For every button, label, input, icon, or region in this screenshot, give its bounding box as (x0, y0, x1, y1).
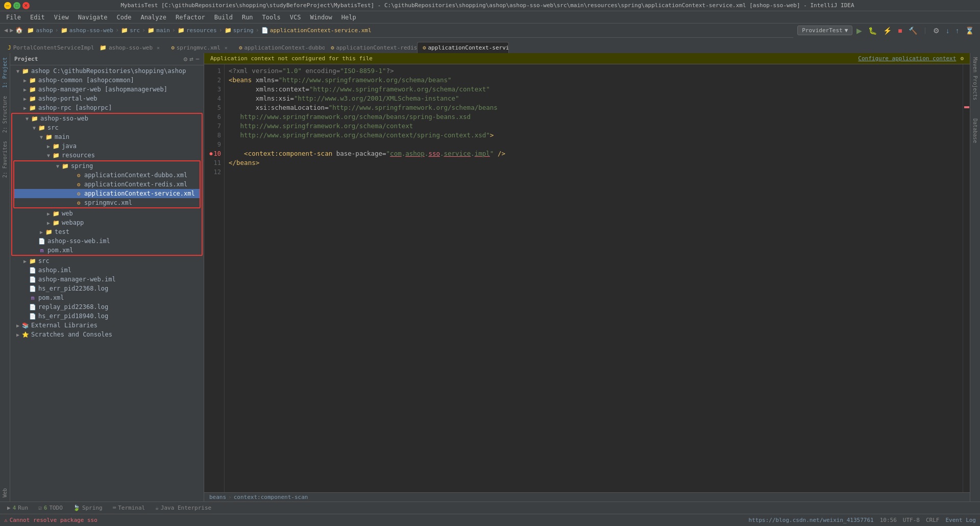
spring-tool-btn[interactable]: 🍃 Spring (70, 504, 106, 512)
tree-sso-pom[interactable]: m pom.xml (12, 246, 202, 255)
menu-build[interactable]: Build (210, 13, 237, 22)
vcs-update-btn[interactable]: ↓ (944, 26, 951, 36)
tab-close-1[interactable]: ✕ (157, 45, 160, 51)
window-controls[interactable]: ─ □ ✕ (4, 2, 30, 9)
todo-tool-btn[interactable]: ☑ 6 TODO (35, 504, 66, 512)
tree-log3[interactable]: 📄 hs_err_pid18940.log (10, 312, 204, 321)
maven-projects-tab[interactable]: Maven Projects (971, 53, 979, 104)
tree-app-dubbo[interactable]: ⚙ applicationContext-dubbo.xml (14, 171, 200, 180)
menu-view[interactable]: View (50, 13, 73, 22)
tab-ashop-sso-web[interactable]: 📁 ashop-sso-web ✕ (94, 42, 165, 53)
notification-settings-icon[interactable]: ⚙ (960, 55, 964, 62)
tree-ashop-manager-web[interactable]: ▶ 📁 ashop-manager-web [ashopmanagerweb] (10, 85, 204, 94)
editor-content[interactable]: 1 2 3 4 5 6 7 8 9 ● 10 11 12 (204, 64, 970, 492)
tree-src2[interactable]: ▶ 📁 src (10, 256, 204, 266)
configure-link[interactable]: Configure application context (858, 55, 956, 62)
tree-ashop-sso-web[interactable]: ▼ 📁 ashop-sso-web (12, 114, 202, 123)
tree-log1[interactable]: 📄 hs_err_pid22368.log (10, 284, 204, 293)
nav-src[interactable]: 📁 src (121, 27, 140, 34)
stop-button[interactable]: ■ (896, 26, 904, 36)
menu-run[interactable]: Run (238, 13, 257, 22)
tree-ashop-common[interactable]: ▶ 📁 ashop-common [ashopcommon] (10, 76, 204, 85)
encoding-status[interactable]: UTF-8 (903, 517, 920, 523)
expand-arrow: ▶ (21, 78, 29, 83)
debug-button[interactable]: 🐛 (866, 26, 879, 36)
menu-window[interactable]: Window (306, 13, 336, 22)
tree-springmvc[interactable]: ⚙ springmvc.xml (14, 198, 200, 207)
menu-file[interactable]: File (2, 13, 25, 22)
tab-dubbo[interactable]: ⚙ applicationContext-dubbo.xml ✕ (233, 42, 325, 53)
vcs-push-btn[interactable]: ↑ (953, 26, 961, 36)
menu-code[interactable]: Code (113, 13, 136, 22)
event-log-btn[interactable]: Event Log (945, 517, 976, 523)
url-status[interactable]: https://blog.csdn.net/weixin_41357761 (749, 517, 874, 523)
tree-sso-iml[interactable]: 📄 ashop-sso-web.iml (12, 236, 202, 246)
menu-edit[interactable]: Edit (26, 13, 49, 22)
tree-ashop-root[interactable]: ▼ 📁 ashop C:\githubRepositories\shopping… (10, 66, 204, 76)
tree-main[interactable]: ▼ 📁 main (12, 132, 202, 141)
menu-refactor[interactable]: Refactor (172, 13, 209, 22)
vcs-history-btn[interactable]: ⌛ (963, 26, 976, 36)
favorites-tool-tab[interactable]: 2: Favorites (1, 137, 9, 182)
tab-redis[interactable]: ⚙ applicationContext-redis.xml ✕ (325, 42, 417, 53)
code-editor[interactable]: <?xml version="1.0" encoding="ISO-8859-1… (225, 64, 963, 492)
bc-component-scan[interactable]: context:component-scan (234, 494, 308, 500)
minimize-button[interactable]: ─ (4, 2, 11, 9)
tree-app-redis[interactable]: ⚙ applicationContext-redis.xml (14, 180, 200, 189)
run-tool-btn[interactable]: ▶ 4 Run (4, 504, 31, 512)
tab-service-active[interactable]: ⚙ applicationContext-service... ✕ (417, 42, 509, 53)
tree-app-service[interactable]: ⚙ applicationContext-service.xml (14, 189, 200, 198)
menu-help[interactable]: Help (337, 13, 360, 22)
tree-ashop-portal-web[interactable]: ▶ 📁 ashop-portal-web (10, 94, 204, 103)
nav-home[interactable]: 🏠 (15, 27, 23, 34)
close-button[interactable]: ✕ (22, 2, 30, 9)
build-button[interactable]: 🔨 (906, 26, 919, 36)
menu-vcs[interactable]: VCS (286, 13, 305, 22)
database-tab[interactable]: Database (971, 114, 979, 147)
sidebar-collapse-icon[interactable]: − (195, 55, 200, 63)
run-with-coverage[interactable]: ⚡ (881, 26, 894, 36)
tree-root-pom[interactable]: m pom.xml (10, 293, 204, 302)
tree-spring[interactable]: ▼ 📁 spring (14, 161, 200, 171)
tree-test[interactable]: ▶ 📁 test (12, 227, 202, 236)
tree-resources[interactable]: ▼ 📁 resources (12, 151, 202, 160)
tab-portal-content[interactable]: J PortalContentServiceImpl.java ✕ (2, 42, 94, 53)
nav-ashop[interactable]: 📁 ashop (27, 27, 53, 34)
settings-run-btn[interactable]: ⚙ (931, 26, 942, 36)
nav-spring[interactable]: 📁 spring (225, 27, 254, 34)
run-button[interactable]: ▶ (854, 26, 864, 36)
tree-webapp[interactable]: ▶ 📁 webapp (12, 218, 202, 227)
tree-external-libs[interactable]: ▶ 📚 External Libraries (10, 321, 204, 330)
terminal-tool-btn[interactable]: ⌨ Terminal (110, 504, 149, 512)
menu-navigate[interactable]: Navigate (74, 13, 112, 22)
project-tool-tab[interactable]: 1: Project (1, 53, 9, 92)
nav-arrow-right[interactable]: ▶ (10, 27, 13, 34)
nav-resources[interactable]: 📁 resources (178, 27, 217, 34)
tree-java[interactable]: ▶ 📁 java (12, 141, 202, 151)
nav-sso-web[interactable]: 📁 ashop-sso-web (61, 27, 113, 34)
sidebar-gear-icon[interactable]: ⚙ (184, 55, 188, 63)
tree-scratches[interactable]: ▶ ⭐ Scratches and Consoles (10, 330, 204, 339)
tree-ashop-rpc[interactable]: ▶ 📁 ashop-rpc [ashoprpc] (10, 103, 204, 112)
menu-tools[interactable]: Tools (258, 13, 285, 22)
bc-beans[interactable]: beans (209, 494, 226, 500)
tab-springmvc[interactable]: ⚙ springmvc.xml ✕ (165, 42, 233, 53)
web-tool-tab[interactable]: Web (1, 484, 9, 501)
sidebar-sync-icon[interactable]: ⇄ (189, 55, 193, 63)
structure-tool-tab[interactable]: 2: Structure (1, 92, 9, 137)
tree-manager-iml[interactable]: 📄 ashop-manager-web.iml (10, 275, 204, 284)
java-enterprise-tool-btn[interactable]: ☕ Java Enterprise (152, 504, 214, 512)
tree-src[interactable]: ▼ 📁 src (12, 123, 202, 132)
maximize-button[interactable]: □ (13, 2, 20, 9)
menu-analyze[interactable]: Analyze (136, 13, 170, 22)
tab-close-2[interactable]: ✕ (225, 45, 228, 51)
run-config-selector[interactable]: ProviderTest ▼ (797, 26, 852, 35)
nav-main[interactable]: 📁 main (148, 27, 170, 34)
run-label: Run (18, 505, 28, 511)
line-sep-status[interactable]: CRLF (926, 517, 940, 523)
nav-arrow-left[interactable]: ◀ (4, 27, 8, 34)
tree-log2[interactable]: 📄 replay_pid22368.log (10, 302, 204, 312)
nav-file[interactable]: 📄 applicationContext-service.xml (261, 27, 372, 34)
tree-web[interactable]: ▶ 📁 web (12, 209, 202, 218)
tree-ashop-iml[interactable]: 📄 ashop.iml (10, 266, 204, 275)
